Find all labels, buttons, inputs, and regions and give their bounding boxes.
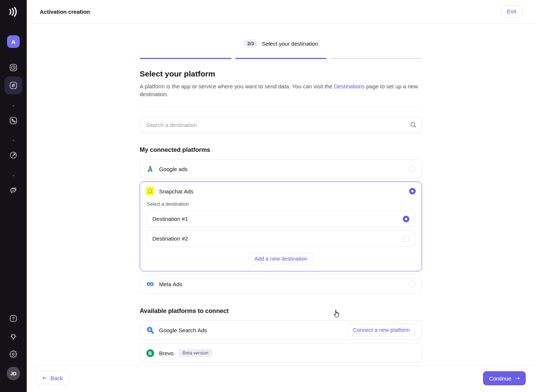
sidebar-item-ideas[interactable]	[9, 332, 18, 341]
step-title: Select your destination	[262, 40, 318, 47]
svg-text:?: ?	[12, 316, 15, 321]
sidebar-item-flows[interactable]	[9, 116, 18, 125]
google-ads-icon	[146, 165, 154, 173]
sidebar-separator-dot	[13, 175, 14, 176]
progress-segment-3	[330, 58, 422, 59]
destination-row-1[interactable]: Destination #1	[147, 210, 415, 227]
sidebar: A	[0, 0, 27, 392]
user-avatar[interactable]: JD	[7, 367, 20, 380]
continue-button[interactable]: Continue →	[483, 371, 526, 385]
platform-row-google-search-ads[interactable]: Google Search Ads Connect a new platform	[140, 320, 422, 340]
sidebar-item-performance[interactable]	[9, 151, 18, 160]
platform-radio-unselected[interactable]	[409, 281, 416, 287]
clock-icon	[9, 63, 18, 72]
destination-radio-selected[interactable]	[403, 216, 409, 222]
wizard-step-indicator: 2/3 Select your destination	[140, 24, 422, 48]
progress-segment-2	[235, 58, 327, 59]
destination-label: Destination #2	[152, 235, 188, 242]
platform-label: Snapchat Ads	[159, 188, 194, 195]
search-icon	[410, 121, 416, 128]
search-bar	[140, 117, 422, 133]
connect-platform-button[interactable]: Connect a new platform	[347, 324, 416, 336]
help-icon: ?	[9, 314, 18, 323]
workspace-initial: A	[12, 39, 16, 45]
destinations-link[interactable]: Destinations	[334, 83, 365, 89]
section-description: A platform is the app or service where y…	[140, 82, 422, 98]
destination-label: Destination #1	[152, 216, 188, 222]
beta-version-badge: Beta version	[178, 349, 212, 357]
arrow-left-icon: ←	[42, 375, 47, 381]
step-badge: 2/3	[244, 39, 258, 48]
brevo-icon: B	[146, 349, 154, 357]
destination-list: Destination #1 Destination #2	[140, 207, 422, 247]
lightbulb-icon	[9, 332, 18, 341]
app-logo[interactable]	[7, 6, 20, 18]
back-button[interactable]: ← Back	[36, 371, 69, 385]
wizard-footer: ← Back Continue →	[27, 366, 535, 392]
platform-label: Meta Ads	[159, 281, 182, 287]
workspace-avatar[interactable]: A	[7, 35, 20, 48]
google-search-ads-icon	[146, 326, 154, 334]
sidebar-separator-dot	[13, 105, 14, 107]
sidebar-separator-dot	[13, 140, 14, 141]
platform-label: Brevo	[159, 350, 174, 356]
sidebar-item-messages[interactable]	[9, 186, 18, 195]
add-destination-button[interactable]: Add a new destination	[249, 252, 314, 265]
connected-platforms-list: Google ads Snapchat Ads	[140, 159, 422, 294]
platform-row-meta-ads[interactable]: ∞ Meta Ads	[140, 274, 422, 294]
platform-row-google-ads[interactable]: Google ads	[140, 159, 422, 179]
sidebar-item-activations[interactable]	[4, 76, 22, 94]
transfer-arrows-icon	[9, 81, 18, 90]
available-platforms-heading: Available platforms to connect	[140, 307, 422, 314]
activation-creation-page: A	[0, 0, 535, 392]
compass-arrow-icon	[9, 151, 18, 160]
platform-row-snapchat-ads[interactable]: Snapchat Ads Select a destination Destin…	[140, 182, 422, 271]
top-header: Activation creation Exit	[27, 0, 535, 24]
platform-label: Google ads	[159, 166, 188, 172]
search-input[interactable]	[140, 117, 422, 133]
back-label: Back	[51, 375, 63, 381]
section-title: Select your platform	[140, 69, 422, 78]
platform-label: Google Search Ads	[159, 327, 207, 333]
destination-row-2[interactable]: Destination #2	[147, 230, 415, 247]
platform-radio-selected[interactable]	[409, 188, 416, 195]
description-text: A platform is the app or service where y…	[140, 83, 334, 89]
platform-row-brevo[interactable]: B Brevo Beta version	[140, 343, 422, 363]
main-content: 2/3 Select your destination Select your …	[27, 24, 535, 392]
chat-bubbles-icon	[9, 186, 18, 195]
progress-bars	[140, 58, 422, 59]
sidebar-item-time[interactable]	[9, 63, 18, 72]
select-destination-label: Select a destination	[140, 200, 422, 207]
connected-platforms-heading: My connected platforms	[140, 146, 422, 153]
user-initials: JD	[10, 371, 17, 376]
exit-button[interactable]: Exit	[500, 5, 523, 18]
platform-radio-unselected[interactable]	[409, 166, 416, 172]
divider	[140, 106, 422, 107]
sidebar-item-settings[interactable]	[9, 350, 18, 359]
continue-label: Continue	[489, 375, 511, 382]
page-title: Activation creation	[40, 9, 90, 15]
sidebar-item-help[interactable]: ?	[9, 314, 18, 323]
destination-radio-unselected[interactable]	[403, 235, 409, 242]
gear-icon	[9, 350, 17, 358]
progress-segment-1	[140, 58, 231, 59]
snapchat-icon	[146, 187, 154, 195]
flow-branch-icon	[9, 116, 18, 125]
arrow-right-icon: →	[515, 375, 520, 382]
meta-icon: ∞	[146, 280, 154, 288]
soundwave-logo-icon	[7, 6, 20, 18]
